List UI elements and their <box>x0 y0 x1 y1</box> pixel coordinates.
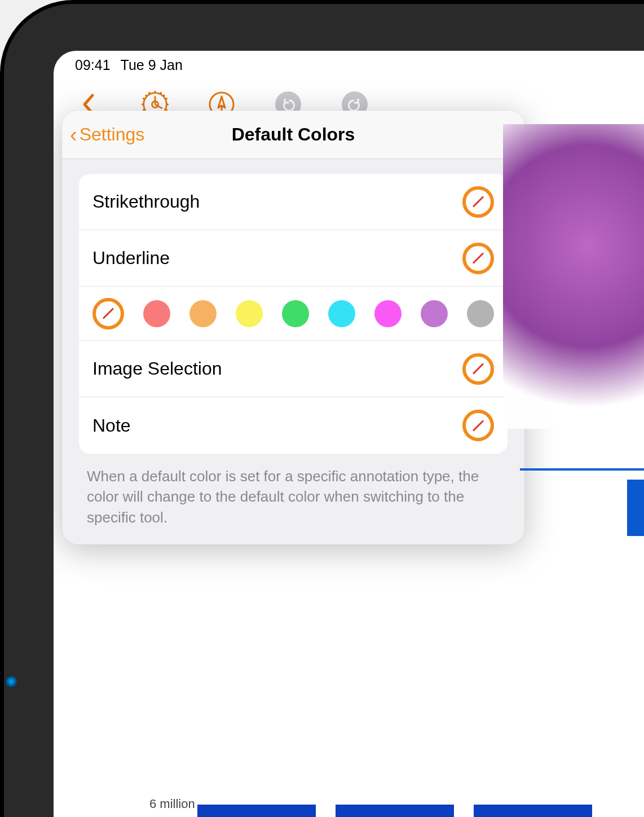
color-swatch-none-icon <box>462 410 494 441</box>
screen: 09:41 Tue 9 Jan <box>54 51 644 817</box>
svg-point-18 <box>165 98 167 100</box>
palette-color-grey[interactable] <box>467 300 494 327</box>
row-strikethrough[interactable]: Strikethrough <box>79 174 508 230</box>
palette-color-green[interactable] <box>282 300 309 327</box>
svg-point-6 <box>142 103 144 106</box>
row-label: Image Selection <box>92 358 222 379</box>
background-image <box>503 124 644 429</box>
background-accent <box>627 480 644 536</box>
status-time: 09:41 <box>75 57 111 73</box>
color-swatch-none-icon <box>462 243 494 274</box>
palette-color-none[interactable] <box>92 298 124 330</box>
settings-popover: ‹ Settings Default Colors Strikethrough … <box>62 111 524 544</box>
row-label: Underline <box>92 248 170 269</box>
chevron-left-icon: ‹ <box>70 124 77 146</box>
row-note[interactable]: Note <box>79 397 508 454</box>
row-label: Note <box>92 415 131 436</box>
svg-point-8 <box>145 94 147 96</box>
row-label: Strikethrough <box>92 191 200 212</box>
palette-color-orange[interactable] <box>189 300 217 327</box>
background-chart-label: 6 million <box>149 797 195 811</box>
svg-point-9 <box>163 94 165 96</box>
svg-point-4 <box>154 91 156 93</box>
palette-color-cyan[interactable] <box>328 300 355 327</box>
palette-color-purple[interactable] <box>421 300 448 327</box>
row-underline[interactable]: Underline <box>79 230 508 287</box>
svg-point-7 <box>166 103 169 106</box>
svg-point-13 <box>160 92 162 94</box>
color-swatch-none-icon <box>462 186 494 218</box>
hw-indicator <box>6 676 17 687</box>
popover-back-label: Settings <box>80 124 145 145</box>
device-frame: 09:41 Tue 9 Jan <box>0 0 644 817</box>
status-date: Tue 9 Jan <box>121 57 183 73</box>
popover-back-button[interactable]: ‹ Settings <box>62 124 144 146</box>
app-toolbar: ‹ Settings Default Colors Strikethrough … <box>54 79 644 130</box>
background-chart-bars <box>197 805 592 817</box>
color-swatch-none-icon <box>462 353 494 385</box>
status-bar: 09:41 Tue 9 Jan <box>54 51 644 79</box>
svg-point-12 <box>148 92 151 94</box>
palette-color-yellow[interactable] <box>236 300 263 327</box>
color-palette <box>79 287 508 341</box>
palette-color-coral[interactable] <box>143 300 170 327</box>
default-colors-card: Strikethrough Underline <box>79 174 508 454</box>
row-image-selection[interactable]: Image Selection <box>79 341 508 397</box>
background-divider <box>520 468 644 513</box>
popover-header: ‹ Settings Default Colors <box>62 111 524 159</box>
palette-color-magenta[interactable] <box>374 300 402 327</box>
svg-point-16 <box>143 98 145 100</box>
footer-description: When a default color is set for a specif… <box>62 459 524 544</box>
